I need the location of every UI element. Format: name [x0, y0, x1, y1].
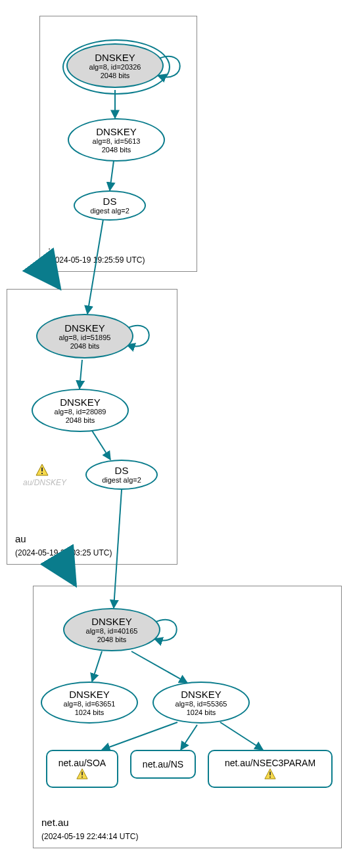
node-title: net.au/NS: [143, 759, 183, 770]
svg-rect-8: [269, 777, 271, 778]
svg-rect-2: [41, 473, 43, 474]
node-sub: 2048 bits: [66, 416, 95, 425]
node-title: DNSKEY: [64, 322, 105, 334]
netau-zsk-left-node: DNSKEY alg=8, id=63651 1024 bits: [41, 682, 138, 724]
au-ds-node: DS digest alg=2: [85, 460, 158, 490]
node-sub: alg=8, id=20326: [89, 63, 141, 72]
node-title: DNSKEY: [69, 689, 110, 700]
node-title: DNSKEY: [91, 616, 132, 627]
node-sub: 1024 bits: [187, 708, 216, 717]
node-title: DNSKEY: [95, 52, 135, 63]
node-sub: 2048 bits: [101, 72, 130, 80]
warning-icon: [35, 464, 49, 477]
node-sub: 2048 bits: [70, 342, 100, 351]
netau-zsk-right-node: DNSKEY alg=8, id=55365 1024 bits: [152, 682, 250, 724]
svg-rect-5: [81, 777, 83, 778]
netau-nsec3param-node: net.au/NSEC3PARAM: [208, 750, 333, 788]
zone-au-timestamp: (2024-05-19 20:03:25 UTC): [15, 548, 112, 557]
node-sub: alg=8, id=28089: [55, 408, 106, 416]
node-title: DS: [115, 465, 129, 476]
warning-icon: [76, 768, 88, 780]
warning-icon: [264, 768, 276, 780]
root-zsk-node: DNSKEY alg=8, id=5613 2048 bits: [68, 118, 165, 162]
zone-au-label: au: [15, 533, 26, 544]
node-sub: 1024 bits: [75, 708, 105, 717]
node-sub: alg=8, id=63651: [64, 700, 116, 708]
netau-soa-node: net.au/SOA: [46, 750, 118, 788]
au-zsk-node: DNSKEY alg=8, id=28089 2048 bits: [32, 389, 129, 432]
au-ksk-node: DNSKEY alg=8, id=51895 2048 bits: [36, 314, 133, 358]
node-sub: digest alg=2: [102, 476, 141, 485]
node-sub: alg=8, id=55365: [175, 700, 227, 708]
svg-rect-7: [269, 771, 271, 775]
zone-netau-timestamp: (2024-05-19 22:44:14 UTC): [41, 832, 138, 841]
zone-netau-label: net.au: [41, 817, 69, 828]
node-title: DNSKEY: [181, 689, 221, 700]
au-dnskey-ghost-label: au/DNSKEY: [18, 478, 71, 487]
node-title: DNSKEY: [96, 126, 137, 137]
node-title: DS: [103, 196, 117, 207]
zone-root-timestamp: (2024-05-19 19:25:59 UTC): [48, 255, 145, 265]
node-sub: 2048 bits: [97, 636, 127, 644]
node-sub: digest alg=2: [90, 207, 129, 215]
svg-rect-1: [41, 467, 43, 471]
node-sub: alg=8, id=5613: [93, 137, 141, 146]
node-sub: alg=8, id=40165: [86, 627, 138, 636]
node-title: net.au/SOA: [58, 758, 106, 768]
zone-root-label: .: [48, 240, 51, 251]
netau-ns-node: net.au/NS: [130, 750, 196, 779]
node-sub: alg=8, id=51895: [59, 334, 111, 342]
netau-ksk-node: DNSKEY alg=8, id=40165 2048 bits: [63, 608, 160, 651]
root-ds-node: DS digest alg=2: [74, 190, 146, 221]
node-sub: 2048 bits: [102, 146, 131, 154]
node-title: DNSKEY: [60, 397, 101, 408]
diagram-canvas: . (2024-05-19 19:25:59 UTC) au (2024-05-…: [0, 0, 349, 868]
svg-rect-4: [81, 771, 83, 775]
node-title: net.au/NSEC3PARAM: [225, 758, 315, 768]
root-ksk-node: DNSKEY alg=8, id=20326 2048 bits: [66, 43, 164, 88]
